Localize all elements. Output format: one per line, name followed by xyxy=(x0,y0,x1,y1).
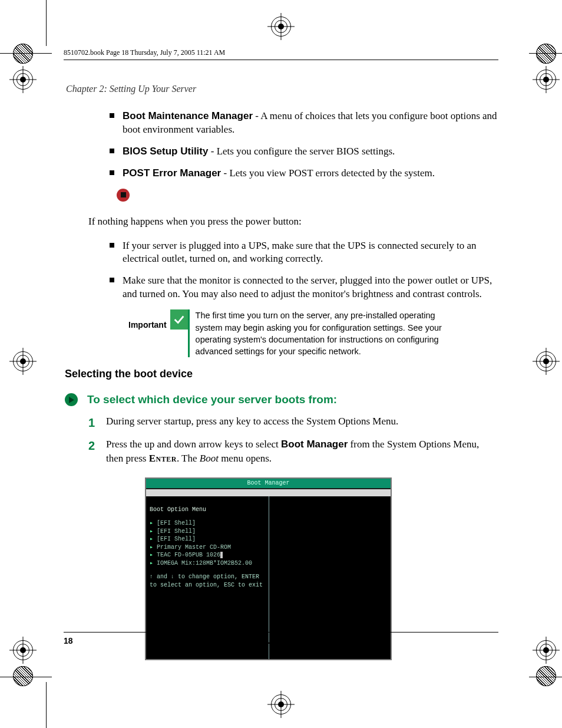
step-text: During server startup, press any key to … xyxy=(106,416,398,427)
menu-item-label: Boot Maintenance Manager xyxy=(123,110,253,121)
divider xyxy=(188,309,190,357)
footer-url: www.gateway.com xyxy=(92,636,498,645)
print-ornament xyxy=(13,666,33,686)
registration-mark xyxy=(271,17,291,37)
boot-option: ▸ IOMEGA Mix:128MB*IOM2B52.00 xyxy=(150,559,264,568)
step-text-part: Press the up and down arrow keys to sele… xyxy=(106,439,281,450)
print-ornament xyxy=(13,44,33,64)
square-bullet-icon xyxy=(110,243,114,248)
menu-item-list: Boot Maintenance Manager - A menu of cho… xyxy=(110,110,498,180)
boot-title: Boot Manager xyxy=(146,479,391,489)
section-heading: Selecting the boot device xyxy=(65,368,498,380)
square-bullet-icon xyxy=(110,149,114,153)
square-bullet-icon xyxy=(110,170,114,175)
step-text-part: . The xyxy=(177,453,200,464)
boot-grey-bar xyxy=(146,489,391,496)
troubleshoot-list: If your server is plugged into a UPS, ma… xyxy=(110,239,498,302)
registration-mark xyxy=(13,351,33,371)
boot-option: ▸ TEAC FD-05PUB 1026 xyxy=(150,551,264,559)
menu-item-label: BIOS Setup Utility xyxy=(123,146,208,157)
page-content: 8510702.book Page 18 Thursday, July 7, 2… xyxy=(64,48,498,660)
page-footer: 18 www.gateway.com xyxy=(64,632,498,645)
instruction-title: To select which device your server boots… xyxy=(87,393,337,406)
registration-mark xyxy=(536,351,556,371)
print-ornament xyxy=(536,44,556,64)
step-smallcaps: Enter xyxy=(149,453,177,464)
boot-option: ▸ [EFI Shell] xyxy=(150,519,264,528)
crop-line xyxy=(0,53,52,54)
boot-option: ▸ Primary Master CD-ROM xyxy=(150,543,264,552)
registration-mark xyxy=(271,694,291,714)
menu-item-text: - Lets you configure the server BIOS set… xyxy=(208,146,395,157)
step-item: Press the up and down arrow keys to sele… xyxy=(88,437,498,466)
square-bullet-icon xyxy=(110,113,114,118)
list-item: If your server is plugged into a UPS, ma… xyxy=(110,239,498,266)
step-bold: Boot Manager xyxy=(281,439,348,450)
menu-item: Boot Maintenance Manager - A menu of cho… xyxy=(110,110,498,137)
stop-marker-icon xyxy=(117,189,130,202)
check-icon xyxy=(170,309,188,330)
steps-list: During server startup, press any key to … xyxy=(88,414,498,465)
crop-line xyxy=(0,677,52,677)
boot-option: ▸ [EFI Shell] xyxy=(150,528,264,536)
paragraph: If nothing happens when you press the po… xyxy=(88,215,491,229)
menu-item: POST Error Manager - Lets you view POST … xyxy=(110,167,498,180)
page-number: 18 xyxy=(64,636,92,645)
registration-mark xyxy=(13,640,33,660)
list-text: Make sure that the monitor is connected … xyxy=(123,275,492,299)
boot-menu-header: Boot Option Menu xyxy=(150,506,264,514)
list-item: Make sure that the monitor is connected … xyxy=(110,274,498,301)
square-bullet-icon xyxy=(110,278,114,282)
boot-hint: ↑ and ↓ to change option, ENTER to selec… xyxy=(150,573,264,589)
list-text: If your server is plugged into a UPS, ma… xyxy=(123,240,477,265)
crop-line xyxy=(529,677,562,677)
important-label: Important xyxy=(128,309,170,330)
book-header-line: 8510702.book Page 18 Thursday, July 7, 2… xyxy=(64,48,498,60)
boot-option: ▸ [EFI Shell] xyxy=(150,535,264,543)
step-italic: Boot xyxy=(200,453,219,464)
crop-line xyxy=(46,682,47,728)
chapter-heading: Chapter 2: Setting Up Your Server xyxy=(66,84,498,94)
instruction-header: To select which device your server boots… xyxy=(65,393,498,406)
print-ornament xyxy=(536,666,556,686)
crop-line xyxy=(46,0,47,46)
step-item: During server startup, press any key to … xyxy=(88,414,498,429)
important-callout: Important The first time you turn on the… xyxy=(128,309,498,357)
important-body: The first time you turn on the server, a… xyxy=(196,309,449,357)
crop-line xyxy=(529,53,562,54)
menu-item-text: - Lets you view POST errors detected by … xyxy=(221,167,435,179)
registration-mark xyxy=(536,640,556,660)
registration-mark xyxy=(13,70,33,90)
menu-item: BIOS Setup Utility - Lets you configure … xyxy=(110,145,498,159)
menu-item-label: POST Error Manager xyxy=(123,167,221,179)
registration-mark xyxy=(536,70,556,90)
play-icon xyxy=(65,393,78,406)
step-text-part: menu opens. xyxy=(219,453,272,464)
